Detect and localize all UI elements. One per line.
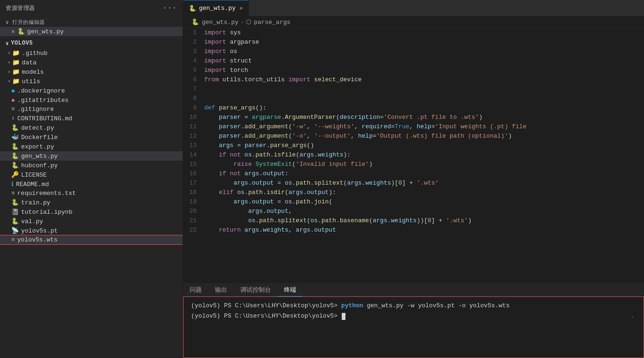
folder-icon: 📁: [12, 59, 20, 66]
open-editor-filename: gen_wts.py: [27, 28, 64, 35]
sidebar-item-requirements[interactable]: ≡ requirements.txt: [0, 189, 183, 198]
line-number: 12: [183, 132, 204, 141]
line-number: 20: [183, 207, 204, 216]
tab-problems[interactable]: 问题: [183, 283, 208, 296]
sidebar-item-github[interactable]: › 📁 .github: [0, 48, 183, 58]
sidebar-item-dockerignore[interactable]: ◆ .dockerignore: [0, 86, 183, 95]
file-label: .gitattributes: [17, 97, 69, 104]
breadcrumb: 🐍 gen_wts.py › ⬡ parse_args: [183, 16, 644, 28]
tab-terminal[interactable]: 终端: [277, 283, 303, 296]
code-line: 3 import os: [183, 47, 644, 56]
python-icon: 🐍: [11, 124, 19, 132]
bottom-panel: 问题 输出 调试控制台 终端 (yolov5) PS C:\Users\LHY\…: [183, 283, 644, 358]
sidebar-more-icon[interactable]: ···: [162, 4, 177, 12]
close-icon[interactable]: ✕: [11, 28, 15, 35]
sidebar-item-license[interactable]: 🔑 LICENSE: [0, 170, 183, 179]
chevron-right-icon: ›: [8, 50, 11, 56]
sidebar: 资源管理器 ··· ∨ 打开的编辑器 ✕ 🐍 gen_wts.py ∨ YOLO…: [0, 0, 183, 358]
code-line: 22 return args.weights, args.output: [183, 226, 644, 235]
code-line: 8: [183, 94, 644, 103]
line-number: 5: [183, 66, 204, 75]
line-content: args.output = os.path.splitext(args.weig…: [204, 179, 644, 188]
sidebar-item-dockerfile[interactable]: 🐳 Dockerfile: [0, 132, 183, 142]
file-label: .dockerignore: [17, 87, 65, 94]
terminal-command-args: gen_wts.py -w yolov5s.pt -o yolov5s.wts: [363, 301, 510, 311]
line-number: 19: [183, 197, 204, 207]
tab-bar: 🐍 gen_wts.py ✕: [183, 0, 644, 16]
python-icon: 🐍: [11, 143, 19, 150]
code-line: 13 args = parser.parse_args(): [183, 141, 644, 150]
line-content: if not os.path.isfile(args.weights):: [204, 150, 644, 160]
tab-label: 问题: [190, 286, 202, 294]
line-content: import argparse: [204, 38, 644, 47]
file-label: tutorial.ipynb: [21, 209, 72, 216]
terminal-line: (yolov5) PS C:\Users\LHY\Desktop\yolov5>…: [191, 301, 636, 311]
tab-label: 终端: [284, 286, 296, 294]
chevron-right-icon: ›: [8, 78, 11, 84]
sidebar-item-utils[interactable]: › 📁 utils: [0, 77, 183, 86]
git-icon: ◆: [11, 96, 15, 104]
code-line: 4 import struct: [183, 56, 644, 66]
code-line: 21 os.path.splitext(os.path.basename(arg…: [183, 216, 644, 226]
line-content: return args.weights, args.output: [204, 226, 644, 235]
terminal-command-python: python: [341, 301, 363, 311]
file-label: train.py: [21, 199, 50, 206]
breadcrumb-separator: ›: [240, 19, 244, 26]
line-content: import torch: [204, 66, 644, 75]
code-line: 2 import argparse: [183, 38, 644, 47]
sidebar-item-yolov5s-wts[interactable]: ≡ yolov5s.wts: [0, 235, 183, 244]
docker-icon: ◆: [11, 87, 15, 94]
sidebar-item-gen-wts[interactable]: 🐍 gen_wts.py: [0, 151, 183, 161]
file-label: export.py: [21, 143, 54, 150]
sidebar-item-val[interactable]: 🐍 val.py: [0, 217, 183, 226]
terminal-area[interactable]: (yolov5) PS C:\Users\LHY\Desktop\yolov5>…: [183, 296, 644, 358]
code-line: 18 elif os.path.isdir(args.output):: [183, 188, 644, 197]
sidebar-item-contributing[interactable]: ⬇ CONTRIBUTING.md: [0, 114, 183, 123]
terminal-prompt: (yolov5) PS C:\Users\LHY\Desktop\yolov5>: [191, 311, 341, 321]
code-editor[interactable]: 1 import sys 2 import argparse 3 import …: [183, 28, 644, 283]
python-icon: 🐍: [11, 152, 19, 160]
tab-output[interactable]: 输出: [208, 283, 234, 296]
tab-gen-wts[interactable]: 🐍 gen_wts.py ✕: [183, 0, 249, 16]
sidebar-item-hubconf[interactable]: 🐍 hubconf.py: [0, 161, 183, 170]
line-number: 21: [183, 216, 204, 226]
line-number: 6: [183, 75, 204, 85]
line-content: from utils.torch_utils import select_dev…: [204, 75, 644, 85]
tab-close-icon[interactable]: ✕: [239, 5, 243, 12]
sidebar-item-yolov5s-pt[interactable]: 📡 yolov5s.pt: [0, 226, 183, 235]
notebook-icon: 📓: [11, 208, 19, 216]
line-content: args.output,: [204, 207, 644, 216]
code-line: 19 args.output = os.path.join(: [183, 197, 644, 207]
sidebar-title: 资源管理器: [6, 4, 35, 12]
python-icon: 🐍: [11, 218, 19, 225]
python-icon: 🐍: [11, 162, 19, 169]
tab-debug-console[interactable]: 调试控制台: [234, 283, 277, 296]
code-line: 6 from utils.torch_utils import select_d…: [183, 75, 644, 85]
info-icon: ℹ: [11, 180, 14, 188]
file-label: .gitignore: [17, 106, 54, 113]
code-line: 12 parser.add_argument('-o', '--output',…: [183, 132, 644, 141]
code-line: 10 parser = argparse.ArgumentParser(desc…: [183, 113, 644, 122]
line-number: 2: [183, 38, 204, 47]
sidebar-item-train[interactable]: 🐍 train.py: [0, 198, 183, 207]
open-editor-item[interactable]: ✕ 🐍 gen_wts.py: [0, 27, 183, 36]
sidebar-item-models[interactable]: › 📁 models: [0, 67, 183, 77]
sidebar-item-readme[interactable]: ℹ README.md: [0, 179, 183, 189]
sidebar-item-data[interactable]: › 📁 data: [0, 58, 183, 67]
code-line: 16 if not args.output:: [183, 169, 644, 179]
line-content: raise SystemExit('Invalid input file'): [204, 160, 644, 169]
code-line: 9 def parse_args():: [183, 103, 644, 113]
project-title[interactable]: ∨ YOLOV5: [0, 38, 183, 48]
sidebar-item-gitignore[interactable]: ≡ .gitignore: [0, 105, 183, 114]
line-number: 11: [183, 122, 204, 132]
sidebar-item-detect[interactable]: 🐍 detect.py: [0, 123, 183, 132]
folder-label: data: [22, 59, 37, 66]
folder-label: .github: [22, 50, 48, 57]
sidebar-item-export[interactable]: 🐍 export.py: [0, 142, 183, 151]
chevron-right-icon: ›: [8, 69, 11, 75]
code-line: 17 args.output = os.path.splitext(args.w…: [183, 179, 644, 188]
line-content: import os: [204, 47, 644, 56]
line-number: 9: [183, 103, 204, 113]
sidebar-item-tutorial[interactable]: 📓 tutorial.ipynb: [0, 207, 183, 217]
sidebar-item-gitattributes[interactable]: ◆ .gitattributes: [0, 95, 183, 105]
